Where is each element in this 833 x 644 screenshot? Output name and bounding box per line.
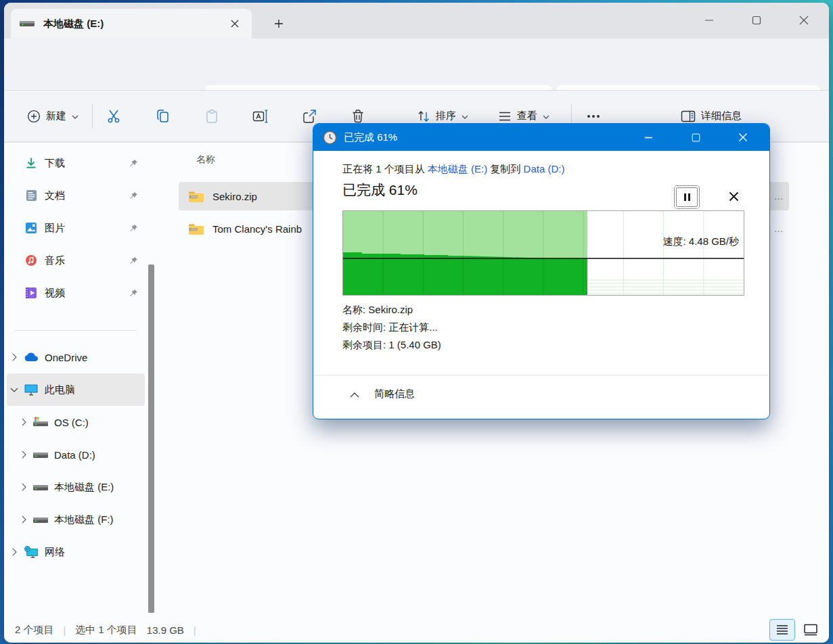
videos-icon xyxy=(22,287,41,299)
tab-title: 本地磁盘 (E:) xyxy=(43,18,226,30)
cut-button[interactable] xyxy=(99,101,129,131)
transfer-details: 名称: Sekiro.zip 剩余时间: 正在计算... 剩余项目: 1 (5.… xyxy=(342,301,441,354)
details-pane-label: 详细信息 xyxy=(701,110,742,122)
sidebar-item-local-disk-e[interactable]: 本地磁盘 (E:) xyxy=(7,471,154,503)
sidebar-item-local-disk-f[interactable]: 本地磁盘 (F:) xyxy=(7,503,154,536)
new-button-label: 新建 xyxy=(46,110,66,122)
selection-count: 选中 1 个项目 xyxy=(75,624,137,637)
status-bar: 2 个项目 | 选中 1 个项目 13.9 GB | xyxy=(4,618,829,643)
copy-description-prefix: 正在将 1 个项目从 xyxy=(342,163,428,175)
sidebar-item-this-pc[interactable]: 此电脑 xyxy=(7,373,145,406)
pin-icon xyxy=(129,288,138,300)
details-pane-icon xyxy=(681,110,696,123)
transfer-file-name: 名称: Sekiro.zip xyxy=(342,301,441,319)
plus-circle-icon xyxy=(27,110,41,123)
chevron-right-icon[interactable] xyxy=(16,418,31,426)
column-header-name[interactable]: 名称 xyxy=(196,154,215,166)
toolbar-divider xyxy=(92,104,93,129)
sidebar-item-network[interactable]: 网络 xyxy=(7,536,145,568)
sidebar-item-label: OS (C:) xyxy=(54,417,154,428)
chevron-right-icon[interactable] xyxy=(16,483,31,491)
sidebar-item-label: OneDrive xyxy=(45,352,145,363)
sidebar-item-pictures[interactable]: 图片 xyxy=(7,212,145,244)
sort-button-label: 排序 xyxy=(436,110,456,122)
transfer-speed-label: 速度: 4.48 GB/秒 xyxy=(662,235,739,248)
pin-icon xyxy=(129,223,138,235)
fewer-details-label: 简略信息 xyxy=(374,388,415,400)
chevron-right-icon[interactable] xyxy=(16,451,31,459)
clock-icon xyxy=(323,131,337,145)
zip-folder-icon xyxy=(188,223,206,235)
tab-local-disk-e[interactable]: 本地磁盘 (E:) xyxy=(11,9,252,39)
source-folder-link[interactable]: 本地磁盘 (E:) xyxy=(428,163,487,175)
copy-description-mid: 复制到 xyxy=(487,163,523,175)
sidebar-item-videos[interactable]: 视频 xyxy=(7,277,145,309)
navigation-bar: 此电脑 本地磁盘 (E:) xyxy=(4,39,829,90)
sidebar-item-os-c[interactable]: OS (C:) xyxy=(7,406,154,438)
sort-arrows-icon xyxy=(417,110,430,123)
sidebar-item-downloads[interactable]: 下载 xyxy=(7,147,145,179)
dialog-maximize-button[interactable] xyxy=(681,127,710,147)
chevron-down-icon[interactable] xyxy=(7,387,22,393)
details-view-button[interactable] xyxy=(769,619,795,641)
file-name: Sekiro.zip xyxy=(212,191,257,202)
pause-button[interactable] xyxy=(676,187,698,207)
new-tab-button[interactable] xyxy=(268,14,290,34)
transfer-speed-graph: 速度: 4.48 GB/秒 xyxy=(342,210,744,296)
dialog-close-button[interactable] xyxy=(729,127,757,147)
paste-button[interactable] xyxy=(197,101,227,131)
desktop: 本地磁盘 (E:) 此电脑 xyxy=(0,0,833,644)
minimize-button[interactable] xyxy=(694,9,725,31)
dialog-minimize-button[interactable] xyxy=(634,127,662,147)
new-button[interactable]: 新建 xyxy=(20,104,85,129)
dialog-title: 已完成 61% xyxy=(344,131,634,144)
chevron-right-icon[interactable] xyxy=(7,548,22,556)
download-icon xyxy=(22,157,41,169)
chevron-right-icon[interactable] xyxy=(7,353,22,361)
music-icon xyxy=(22,254,41,267)
view-button-label: 查看 xyxy=(517,110,537,122)
zip-folder-icon xyxy=(188,190,206,203)
chevron-down-icon xyxy=(461,110,468,122)
rename-button[interactable] xyxy=(246,101,275,131)
chevron-right-icon[interactable] xyxy=(16,515,31,524)
sidebar-scrollbar-thumb[interactable] xyxy=(148,264,154,613)
drive-icon xyxy=(31,482,50,492)
chevron-down-icon xyxy=(72,110,78,122)
destination-folder-link[interactable]: Data (D:) xyxy=(524,163,565,175)
view-toggles xyxy=(769,619,824,641)
truncated-column-fragment: ... xyxy=(774,224,784,234)
onedrive-icon xyxy=(22,352,41,362)
chevron-down-icon xyxy=(543,110,549,122)
copy-description: 正在将 1 个项目从 本地磁盘 (E:) 复制到 Data (D:) xyxy=(342,163,564,176)
pin-icon xyxy=(129,158,138,170)
this-pc-icon xyxy=(22,384,41,396)
sidebar-item-music[interactable]: 音乐 xyxy=(7,244,145,277)
progress-heading: 已完成 61% xyxy=(342,181,418,200)
pin-icon xyxy=(129,191,138,202)
statusbar-divider: | xyxy=(64,625,66,636)
dialog-window-controls xyxy=(634,127,757,147)
chevron-up-icon xyxy=(350,388,359,400)
large-icons-view-button[interactable] xyxy=(798,619,824,641)
dialog-separator xyxy=(313,375,769,375)
drive-icon xyxy=(31,514,50,525)
tab-close-icon[interactable] xyxy=(226,15,244,32)
file-name: Tom Clancy's Rainb xyxy=(212,223,302,235)
item-count: 2 个项目 xyxy=(15,624,54,637)
sidebar-separator xyxy=(15,330,137,331)
copy-button[interactable] xyxy=(148,101,178,131)
cancel-copy-button[interactable] xyxy=(723,187,744,206)
sidebar-item-label: 本地磁盘 (E:) xyxy=(54,481,154,494)
sidebar-item-data-d[interactable]: Data (D:) xyxy=(7,438,154,471)
sidebar-item-onedrive[interactable]: OneDrive xyxy=(7,341,145,373)
sidebar-item-documents[interactable]: 文档 xyxy=(7,179,145,212)
maximize-button[interactable] xyxy=(741,9,772,31)
sidebar-item-label: 本地磁盘 (F:) xyxy=(54,513,154,526)
fewer-details-toggle[interactable]: 简略信息 xyxy=(350,388,415,400)
view-lines-icon xyxy=(498,110,512,122)
dialog-titlebar[interactable]: 已完成 61% xyxy=(313,124,769,151)
close-button[interactable] xyxy=(788,9,819,31)
document-icon xyxy=(22,189,41,202)
sidebar-item-label: 此电脑 xyxy=(45,384,145,396)
